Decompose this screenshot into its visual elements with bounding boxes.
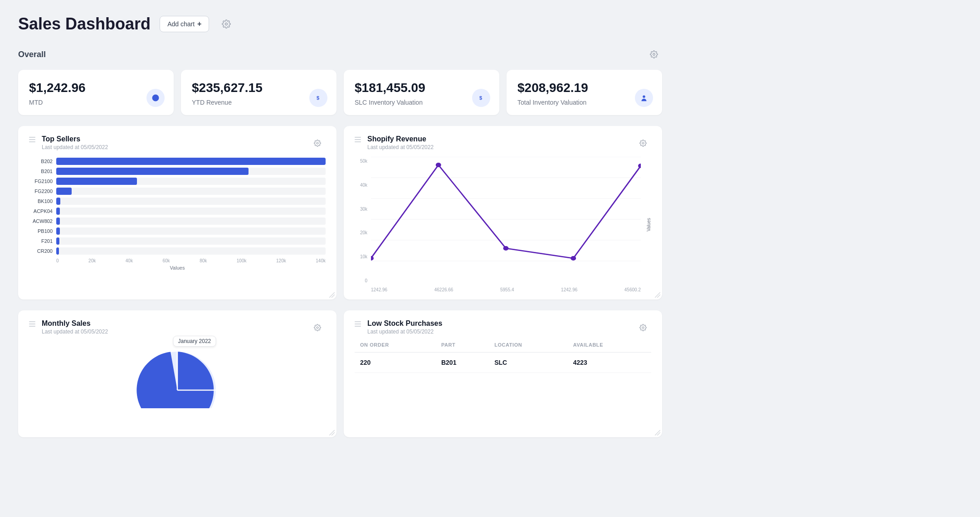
svg-text:$: $: [317, 95, 319, 101]
bar-label: CR200: [29, 248, 53, 254]
bar-label: PB100: [29, 228, 53, 234]
y-tick-0: 0: [355, 278, 367, 283]
svg-point-8: [643, 96, 645, 98]
top-sellers-subtitle: Last updated at 05/05/2022: [42, 144, 108, 150]
x-tick: 60k: [162, 258, 170, 263]
x-tick-3: 5955.4: [500, 287, 514, 292]
bar-label: B201: [29, 169, 53, 174]
monthly-sales-subtitle: Last updated at 05/05/2022: [42, 329, 108, 335]
low-stock-settings-icon[interactable]: [635, 319, 651, 336]
x-tick-2: 46226.66: [434, 287, 453, 292]
plus-icon: +: [197, 20, 201, 28]
low-stock-subtitle: Last updated at 05/05/2022: [367, 329, 442, 335]
y-tick-40k: 40k: [355, 183, 367, 188]
bar-inner: [56, 227, 60, 235]
pie-chart-container: January 2022: [29, 338, 326, 410]
col-location: LOCATION: [489, 338, 568, 353]
bar-row: ACW802: [29, 217, 326, 225]
kpi-value-ytd: $235,627.15: [192, 81, 326, 95]
bar-inner: [56, 188, 72, 195]
bar-label: FG2200: [29, 188, 53, 194]
bar-row: B202: [29, 158, 326, 165]
bar-inner: [56, 217, 60, 225]
top-sellers-title: Top Sellers: [42, 135, 108, 143]
x-tick: 0: [56, 258, 59, 263]
svg-point-17: [371, 256, 374, 261]
bar-outer: [56, 178, 326, 185]
dollar-icon-ytd: $: [309, 89, 327, 107]
bar-row: B201: [29, 168, 326, 175]
bar-inner: [56, 237, 59, 245]
dollar-icon-slc: $: [472, 89, 490, 107]
x-tick: 40k: [126, 258, 133, 263]
bar-label: ACW802: [29, 218, 53, 224]
dollar-icon-mtd: $: [146, 89, 165, 107]
kpi-label-ytd: YTD Revenue: [192, 99, 326, 106]
kpi-value-mtd: $1,242.96: [29, 81, 163, 95]
svg-point-24: [642, 327, 644, 329]
svg-point-19: [503, 246, 509, 251]
bottom-row: Monthly Sales Last updated at 05/05/2022…: [18, 310, 662, 437]
top-sellers-card: Top Sellers Last updated at 05/05/2022 B…: [18, 126, 336, 300]
svg-point-1: [653, 53, 655, 56]
resize-handle-low-stock[interactable]: [655, 430, 660, 435]
overall-settings-icon[interactable]: [646, 46, 662, 63]
settings-icon-button[interactable]: [218, 16, 234, 32]
monthly-sales-title: Monthly Sales: [42, 319, 108, 328]
svg-point-22: [317, 327, 318, 329]
drag-handle-top-sellers[interactable]: [29, 137, 35, 142]
resize-handle[interactable]: [329, 292, 335, 298]
bar-outer: [56, 227, 326, 235]
x-tick: 100k: [237, 258, 247, 263]
drag-handle-shopify[interactable]: [355, 137, 361, 142]
add-chart-button[interactable]: Add chart +: [160, 16, 209, 32]
x-tick-5: 45600.2: [624, 287, 641, 292]
bar-outer: [56, 198, 326, 205]
bar-label: F201: [29, 238, 53, 244]
drag-handle-low-stock[interactable]: [355, 321, 361, 327]
cell-location: SLC: [489, 353, 568, 373]
bar-row: FG2100: [29, 178, 326, 185]
bar-inner: [56, 158, 326, 165]
resize-handle-monthly[interactable]: [329, 430, 335, 435]
monthly-settings-icon[interactable]: [309, 319, 326, 336]
shopify-line-chart: [371, 157, 641, 284]
add-chart-label: Add chart: [167, 20, 195, 28]
col-on-order: ON ORDER: [355, 338, 436, 353]
x-tick: 140k: [316, 258, 326, 263]
top-sellers-settings-icon[interactable]: [309, 135, 326, 151]
resize-handle-shopify[interactable]: [655, 292, 660, 298]
bar-outer: [56, 158, 326, 165]
shopify-revenue-card: Shopify Revenue Last updated at 05/05/20…: [344, 126, 662, 300]
drag-handle-monthly[interactable]: [29, 321, 35, 327]
kpi-value-slc: $181,455.09: [355, 81, 488, 95]
x-tick: 80k: [200, 258, 207, 263]
bar-outer: [56, 237, 326, 245]
kpi-row: $1,242.96 MTD $ $235,627.15 YTD Revenue …: [18, 70, 662, 115]
low-stock-table-container: ON ORDER PART LOCATION AVAILABLE 220 B20…: [355, 338, 651, 373]
shopify-settings-icon[interactable]: [635, 135, 651, 151]
overall-section-header: Overall: [18, 46, 662, 63]
table-row: 220 B201 SLC 4223: [355, 353, 651, 373]
top-sellers-chart: B202 B201 FG2100 FG2200 BK100: [29, 153, 326, 271]
bar-row: CR200: [29, 247, 326, 255]
svg-point-20: [570, 256, 576, 261]
pie-chart-svg: [132, 345, 223, 408]
bar-label: BK100: [29, 198, 53, 204]
col-part: PART: [436, 338, 489, 353]
bar-chart-xlabel: Values: [29, 265, 326, 271]
y-tick-20k: 20k: [355, 230, 367, 235]
bar-row: ACPK04: [29, 208, 326, 215]
bar-label: ACPK04: [29, 208, 53, 214]
bar-inner: [56, 168, 249, 175]
kpi-card-mtd: $1,242.96 MTD $: [18, 70, 174, 115]
cell-part: B201: [436, 353, 489, 373]
page-header: Sales Dashboard Add chart +: [18, 14, 662, 34]
x-tick: 20k: [88, 258, 96, 263]
cell-on-order: 220: [355, 353, 436, 373]
svg-point-10: [642, 142, 644, 144]
y-tick-10k: 10k: [355, 254, 367, 259]
svg-point-9: [317, 142, 318, 144]
svg-point-21: [638, 164, 641, 168]
col-available: AVAILABLE: [568, 338, 651, 353]
